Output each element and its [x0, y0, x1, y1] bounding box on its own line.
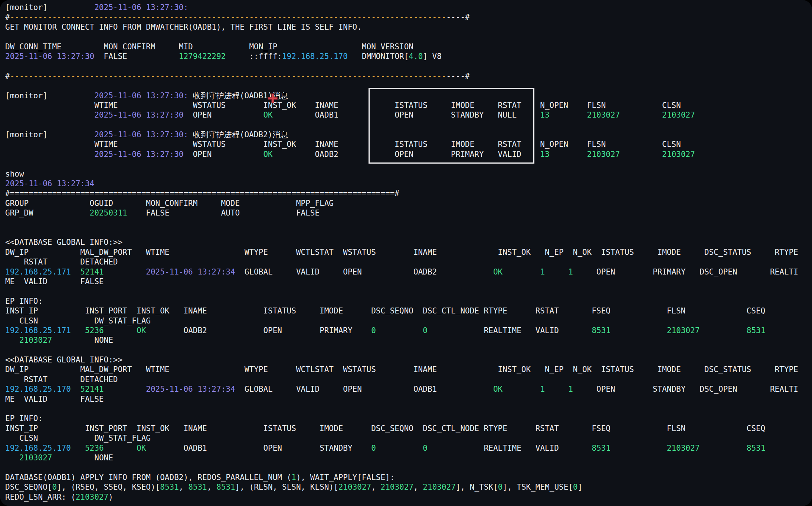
terminal-line: RSTAT DETACHED: [5, 257, 812, 267]
terminal-line: [5, 159, 812, 169]
terminal-line: EP INFO:: [5, 414, 812, 423]
terminal-line: [monitor] 2025-11-06 13:27:30: 收到守护进程(OA…: [5, 91, 812, 101]
terminal-line: 2025-11-06 13:27:30 OPEN OK OADB1 OPEN S…: [5, 110, 812, 120]
terminal-line: [5, 218, 812, 228]
terminal-line: GET MONITOR CONNECT INFO FROM DMWATCHER(…: [5, 22, 812, 32]
terminal-line: [5, 228, 812, 237]
terminal-line: 192.168.25.171 5236 OK OADB2 OPEN PRIMAR…: [5, 326, 812, 335]
terminal-line: [5, 32, 812, 42]
terminal-line: DSC_SEQNO[0], (RSEQ, SSEQ, KSEQ)[8531, 8…: [5, 482, 812, 492]
terminal-line: 2103027 NONE: [5, 453, 812, 463]
terminal-line: [5, 463, 812, 472]
terminal-line: #---------------------------------------…: [5, 71, 812, 81]
terminal-line: [5, 345, 812, 355]
terminal-line: [monitor] 2025-11-06 13:27:30:: [5, 3, 812, 12]
terminal-line: [5, 81, 812, 91]
terminal-line: <<DATABASE GLOBAL INFO:>>: [5, 237, 812, 247]
terminal-output[interactable]: [monitor] 2025-11-06 13:27:30:#---------…: [0, 0, 812, 502]
crosshair-cursor-icon: [268, 93, 278, 104]
terminal-line: 2025-11-06 13:27:30 OPEN OK OADB2 OPEN P…: [5, 150, 812, 159]
terminal-line: REDO_LSN_ARR: (2103027): [5, 492, 812, 502]
terminal-line: EP INFO:: [5, 296, 812, 306]
terminal-line: #=======================================…: [5, 188, 812, 198]
terminal-line: WTIME WSTATUS INST_OK INAME ISTATUS IMOD…: [5, 139, 812, 149]
terminal-line: WTIME WSTATUS INST_OK INAME ISTATUS IMOD…: [5, 101, 812, 110]
terminal-line: DW_CONN_TIME MON_CONFIRM MID MON_IP MON_…: [5, 42, 812, 52]
terminal-line: GRP_DW 20250311 FALSE AUTO FALSE: [5, 208, 812, 218]
terminal-line: show: [5, 169, 812, 179]
terminal-line: ME VALID FALSE: [5, 394, 812, 404]
terminal-line: 2025-11-06 13:27:30 FALSE 1279422292 ::f…: [5, 52, 812, 61]
terminal-line: [5, 286, 812, 296]
terminal-line: 2025-11-06 13:27:34: [5, 179, 812, 188]
terminal-line: CLSN DW_STAT_FLAG: [5, 316, 812, 326]
terminal-line: INST_IP INST_PORT INST_OK INAME ISTATUS …: [5, 424, 812, 433]
terminal-line: RSTAT DETACHED: [5, 375, 812, 384]
terminal-line: DW_IP MAL_DW_PORT WTIME WTYPE WCTLSTAT W…: [5, 365, 812, 374]
terminal-line: 2103027 NONE: [5, 335, 812, 345]
terminal-line: DW_IP MAL_DW_PORT WTIME WTYPE WCTLSTAT W…: [5, 247, 812, 257]
terminal-line: [5, 404, 812, 414]
terminal-line: GROUP OGUID MON_CONFIRM MODE MPP_FLAG: [5, 198, 812, 208]
crosshair-cursor-glyph: [268, 93, 278, 104]
terminal-line: INST_IP INST_PORT INST_OK INAME ISTATUS …: [5, 306, 812, 316]
terminal-line: 192.168.25.170 5236 OK OADB1 OPEN STANDB…: [5, 443, 812, 453]
terminal-line: ME VALID FALSE: [5, 277, 812, 286]
terminal-line: <<DATABASE GLOBAL INFO:>>: [5, 355, 812, 365]
terminal-line: 192.168.25.171 52141 2025-11-06 13:27:34…: [5, 267, 812, 277]
terminal-line: [monitor] 2025-11-06 13:27:30: 收到守护进程(OA…: [5, 130, 812, 139]
terminal-window[interactable]: [monitor] 2025-11-06 13:27:30:#---------…: [0, 0, 812, 506]
terminal-line: [5, 61, 812, 71]
terminal-line: 192.168.25.170 52141 2025-11-06 13:27:34…: [5, 384, 812, 394]
terminal-line: DATABASE(OADB1) APPLY INFO FROM (OADB2),…: [5, 473, 812, 482]
terminal-line: CLSN DW_STAT_FLAG: [5, 433, 812, 443]
terminal-line: #---------------------------------------…: [5, 12, 812, 22]
terminal-line: [5, 120, 812, 130]
